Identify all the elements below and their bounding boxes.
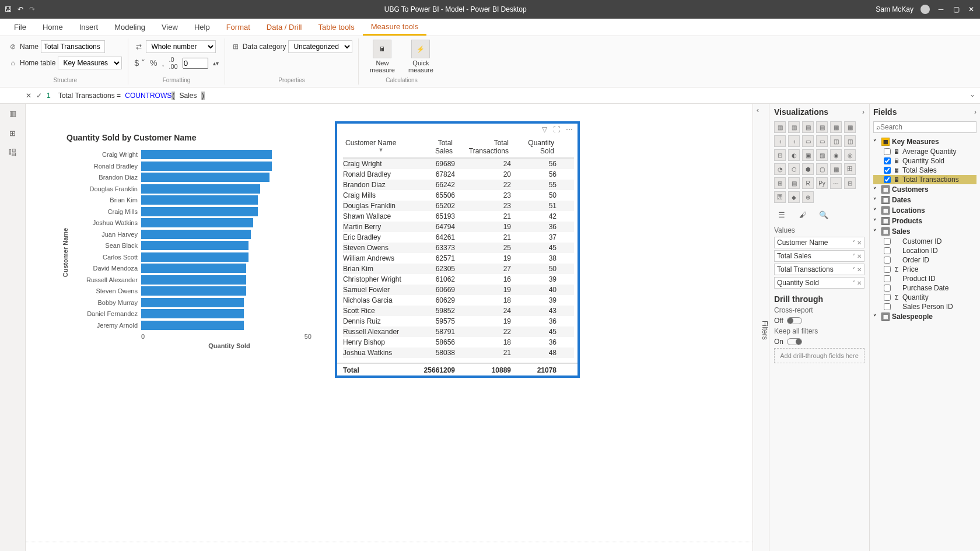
table-header-key-measures[interactable]: ˅▦Key Measures <box>873 136 977 147</box>
viz-type-icon[interactable]: ⊡ <box>774 149 786 161</box>
viz-type-icon[interactable]: ▦ <box>844 121 856 133</box>
field-checkbox[interactable] <box>884 148 891 155</box>
viz-type-icon[interactable]: 田 <box>844 163 856 175</box>
viz-type-icon[interactable]: ▭ <box>802 135 814 147</box>
bar-row[interactable]: Jeremy Arnold <box>141 320 317 331</box>
viz-type-icon[interactable]: ⊞ <box>774 177 786 189</box>
table-row[interactable]: Brandon Diaz662422255 <box>343 180 574 190</box>
table-header-dates[interactable]: ˅▦Dates <box>873 195 977 205</box>
table-row[interactable]: Dennis Ruiz595751936 <box>343 316 574 327</box>
save-icon[interactable]: 🖫 <box>5 5 12 13</box>
formula-commit-icon[interactable]: ✓ <box>36 92 42 100</box>
viz-type-icon[interactable]: R <box>802 177 814 189</box>
bar-row[interactable]: Carlos Scott <box>141 252 317 262</box>
table-row[interactable]: Eric Bradley642612137 <box>343 232 574 243</box>
tab-help[interactable]: Help <box>186 19 218 36</box>
viz-type-icon[interactable]: ▤ <box>802 121 814 133</box>
quick-measure-button[interactable]: ⚡ Quick measure <box>403 40 438 73</box>
tab-table-tools[interactable]: Table tools <box>310 19 362 36</box>
name-input[interactable] <box>41 40 105 53</box>
table-row[interactable]: Craig Wright696892456 <box>343 159 574 169</box>
well-controls[interactable]: ˅ ✕ <box>852 253 862 259</box>
table-row[interactable]: Craig Mills655062350 <box>343 190 574 201</box>
value-well[interactable]: Customer Name˅ ✕ <box>774 237 864 248</box>
field-checkbox[interactable] <box>884 294 891 301</box>
cross-report-toggle[interactable]: Off <box>774 317 864 325</box>
bar-row[interactable]: Bobby Murray <box>141 297 317 308</box>
table-row[interactable]: Martin Berry647941936 <box>343 222 574 232</box>
table-header-salespeople[interactable]: ˅▦Salespeople <box>873 311 977 322</box>
table-row[interactable]: Ronald Bradley678242056 <box>343 169 574 180</box>
table-header-customers[interactable]: ˅▦Customers <box>873 184 977 195</box>
viz-type-icon[interactable]: ▤ <box>788 177 800 189</box>
formula-cancel-icon[interactable]: ✕ <box>26 92 32 100</box>
table-header-locations[interactable]: ˅▦Locations <box>873 205 977 216</box>
home-table-select[interactable]: Key Measures <box>58 57 122 69</box>
drill-through-dropzone[interactable]: Add drill-through fields here <box>774 348 864 363</box>
viz-type-icon[interactable]: ⫞ <box>788 135 800 147</box>
table-row[interactable]: Samuel Fowler606691940 <box>343 285 574 295</box>
decimal-input[interactable] <box>183 58 208 69</box>
field-checkbox[interactable] <box>884 303 891 310</box>
viz-type-icon[interactable]: ◫ <box>830 135 842 147</box>
tab-home[interactable]: Home <box>34 19 71 36</box>
undo-icon[interactable]: ↶ <box>18 5 23 13</box>
bar-row[interactable]: Joshua Watkins <box>141 217 317 228</box>
field-item[interactable]: 🖩Average Quantity <box>873 147 977 156</box>
comma-button[interactable]: , <box>162 58 164 68</box>
table-header-sales[interactable]: ˅▦Sales <box>873 226 977 237</box>
report-view-icon[interactable]: ▥ <box>7 107 19 119</box>
viz-type-icon[interactable]: ◉ <box>830 149 842 161</box>
viz-type-icon[interactable]: ⫞ <box>774 135 786 147</box>
table-row[interactable]: Henry Bishop586561836 <box>343 337 574 348</box>
bar-row[interactable]: Steven Owens <box>141 286 317 296</box>
tab-format[interactable]: Format <box>218 19 258 36</box>
fields-search[interactable]: ⌕ <box>873 121 977 133</box>
table-visual[interactable]: ▽ ⛶ ⋯ Customer Name▼ Total Sales Total T… <box>335 121 580 378</box>
report-canvas[interactable]: Quantity Sold by Customer Name Customer … <box>26 104 752 551</box>
fields-tab-icon[interactable]: ☰ <box>775 209 788 220</box>
viz-type-icon[interactable]: ▧ <box>816 149 828 161</box>
collapse-fields-icon[interactable]: › <box>974 108 977 116</box>
currency-button[interactable]: $ ˅ <box>134 58 145 68</box>
table-row[interactable]: Joshua Watkins580382148 <box>343 348 574 358</box>
table-row[interactable]: Douglas Franklin652022351 <box>343 201 574 211</box>
bar-row[interactable]: Daniel Fernandez <box>141 308 317 319</box>
field-item[interactable]: Order ID <box>873 255 977 265</box>
format-tab-icon[interactable]: 🖌 <box>796 209 809 220</box>
formula-bar[interactable]: ✕ ✓ 1 Total Transactions = COUNTROWS( Sa… <box>0 87 980 104</box>
viz-type-icon[interactable]: 囲 <box>774 191 786 203</box>
field-checkbox[interactable] <box>884 285 891 292</box>
bar-row[interactable]: Juan Harvey <box>141 229 317 240</box>
bar-row[interactable]: Brandon Diaz <box>141 172 317 183</box>
table-row[interactable]: William Andrews625711938 <box>343 253 574 264</box>
field-item[interactable]: 🖩Total Transactions <box>873 175 977 184</box>
field-checkbox[interactable] <box>884 266 891 273</box>
table-header[interactable]: Customer Name▼ Total Sales Total Transac… <box>343 138 574 159</box>
tab-insert[interactable]: Insert <box>71 19 107 36</box>
viz-type-icon[interactable]: ▣ <box>802 149 814 161</box>
page-tabs[interactable] <box>26 542 752 551</box>
table-row[interactable]: Christopher Wright610621639 <box>343 274 574 285</box>
viz-type-icon[interactable]: ◫ <box>844 135 856 147</box>
bar-row[interactable]: Brian Kim <box>141 195 317 205</box>
viz-type-icon[interactable]: ▦ <box>830 121 842 133</box>
viz-type-icon[interactable]: ▥ <box>774 121 786 133</box>
viz-type-icon[interactable]: ◐ <box>788 149 800 161</box>
bar-row[interactable]: Craig Mills <box>141 206 317 217</box>
field-checkbox[interactable] <box>884 238 891 245</box>
field-checkbox[interactable] <box>884 247 891 254</box>
field-checkbox[interactable] <box>884 257 891 264</box>
redo-icon[interactable]: ↷ <box>29 5 35 13</box>
field-item[interactable]: Purchase Date <box>873 283 977 293</box>
analytics-tab-icon[interactable]: 🔍 <box>817 209 830 220</box>
data-view-icon[interactable]: ⊞ <box>7 127 19 139</box>
viz-type-icon[interactable]: ⋯ <box>830 177 842 189</box>
formula-expand-icon[interactable]: ⌄ <box>970 90 975 99</box>
keep-filters-toggle[interactable]: On <box>774 338 864 346</box>
more-options-icon[interactable]: ⋯ <box>566 125 573 134</box>
model-view-icon[interactable]: 唱 <box>7 147 19 159</box>
collapse-viz-icon[interactable]: › <box>862 108 864 116</box>
field-item[interactable]: Sales Person ID <box>873 302 977 311</box>
value-well[interactable]: Total Sales˅ ✕ <box>774 250 864 262</box>
